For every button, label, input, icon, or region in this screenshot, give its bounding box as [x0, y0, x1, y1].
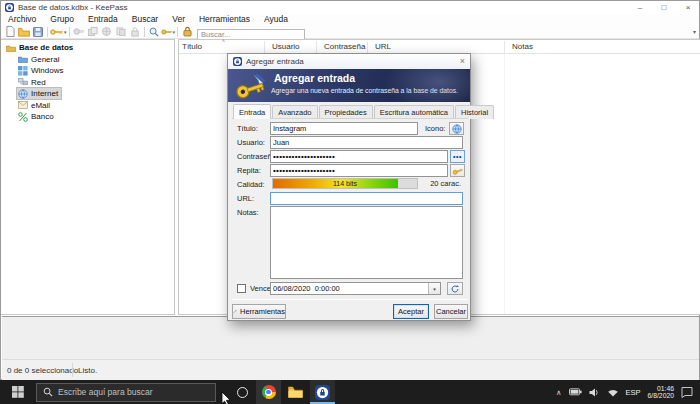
contrasena-input[interactable]: [270, 150, 448, 163]
tab-historial[interactable]: Historial: [455, 105, 494, 119]
add-entry-button[interactable]: ▾: [50, 25, 67, 38]
cancelar-button[interactable]: Cancelar: [434, 304, 468, 319]
dialog-separator: [232, 299, 468, 300]
desktop: Base de datos.kdbx - KeePass – □ × Archi…: [0, 0, 700, 404]
menu-ver[interactable]: Ver: [165, 14, 192, 25]
usuario-label: Usuario:: [237, 136, 265, 149]
menu-grupo[interactable]: Grupo: [43, 14, 81, 25]
print-button-disabled[interactable]: [100, 25, 114, 38]
network-icon[interactable]: [607, 388, 619, 397]
titulo-input[interactable]: [270, 122, 418, 135]
copy-user-icon: [116, 27, 126, 36]
open-database-button[interactable]: [17, 25, 31, 38]
menu-entrada[interactable]: Entrada: [81, 14, 125, 25]
tree-item-windows[interactable]: Windows: [1, 65, 174, 77]
start-button[interactable]: [0, 380, 36, 404]
generate-password-button[interactable]: [450, 164, 465, 177]
speaker-icon[interactable]: [589, 388, 600, 397]
vence-checkbox[interactable]: [237, 284, 246, 293]
column-separator[interactable]: [504, 41, 505, 53]
taskbar: ∧ ESP 01:46 6/8/2020: [0, 380, 700, 404]
circular-arrow-icon: [450, 284, 460, 294]
column-header-contrasena[interactable]: Contraseña: [324, 40, 365, 54]
add-entry-dialog: Agregar entrada × Agregar entrada Agrega…: [227, 53, 471, 321]
menu-archivo[interactable]: Archivo: [1, 14, 43, 25]
date-dropdown-button[interactable]: ▾: [428, 283, 440, 294]
dialog-lock-icon: [233, 57, 242, 66]
find-button[interactable]: [147, 25, 161, 38]
tree-item-email[interactable]: eMail: [1, 100, 174, 112]
open-folder-icon: [18, 27, 30, 37]
printer-icon: [101, 27, 112, 36]
chrome-taskbar-button[interactable]: [256, 380, 281, 404]
clock[interactable]: 01:46 6/8/2020: [648, 385, 674, 400]
icon-picker-button[interactable]: [449, 122, 464, 135]
taskbar-search-input[interactable]: [58, 387, 198, 397]
tree-item-general[interactable]: General: [1, 54, 174, 66]
key-icon: [452, 167, 463, 175]
keepass-taskbar-button[interactable]: [310, 380, 335, 404]
column-header-notas[interactable]: Notas: [512, 40, 533, 54]
save-button[interactable]: [31, 25, 45, 38]
tray-chevron-icon[interactable]: ∧: [556, 388, 562, 397]
tree-item-label: Internet: [31, 89, 58, 98]
lock-workspace-button[interactable]: [180, 25, 194, 38]
tree-item-label: Banco: [31, 112, 54, 121]
window-titlebar: Base de datos.kdbx - KeePass – □ ×: [1, 1, 699, 14]
reveal-password-button[interactable]: •••: [450, 150, 465, 163]
minimize-button[interactable]: –: [633, 1, 647, 14]
key-pen-icon: [234, 72, 270, 100]
quality-chars-label: 20 carac.: [430, 178, 461, 189]
tab-avanzado[interactable]: Avanzado: [272, 105, 317, 119]
filter-button[interactable]: ▾: [161, 25, 176, 38]
toolbar-overflow-button[interactable]: ▾: [693, 28, 696, 35]
toolbar-separator: [144, 27, 145, 37]
tray-date: 6/8/2020: [648, 392, 674, 400]
new-database-button[interactable]: [3, 25, 17, 38]
entry-list-header: Título ˄ Usuario Contraseña URL Notas: [179, 40, 700, 54]
maximize-button[interactable]: □: [657, 1, 671, 14]
copy-username-button-disabled[interactable]: [114, 25, 128, 38]
column-header-url[interactable]: URL: [375, 40, 391, 54]
tree-item-red[interactable]: Red: [1, 77, 174, 89]
column-separator[interactable]: [367, 41, 368, 53]
dialog-close-button[interactable]: ×: [460, 54, 465, 69]
tree-item-base-de-datos[interactable]: Base de datos: [1, 42, 174, 54]
url-input[interactable]: [270, 192, 463, 205]
network-icon: [18, 77, 28, 87]
usuario-input[interactable]: [270, 136, 463, 149]
action-center-icon[interactable]: [681, 387, 693, 398]
add-entry-dropdown-caret: ▾: [64, 29, 67, 35]
battery-icon[interactable]: [569, 388, 582, 396]
repita-input[interactable]: [270, 164, 448, 177]
herramientas-button[interactable]: Herramientas: [232, 304, 286, 319]
tab-entrada[interactable]: Entrada: [233, 104, 271, 119]
quick-search-input[interactable]: [197, 29, 305, 40]
dialog-banner: Agregar entrada Agregar una nueva entrad…: [228, 69, 470, 102]
filter-dropdown-caret: ▾: [173, 29, 176, 35]
cortana-button[interactable]: [230, 380, 255, 404]
menu-buscar[interactable]: Buscar: [125, 14, 165, 25]
expiry-presets-button[interactable]: [447, 282, 463, 295]
duplicate-entry-button-disabled[interactable]: [86, 25, 100, 38]
edit-entry-button-disabled[interactable]: [72, 25, 86, 38]
search-icon: [43, 387, 53, 397]
aceptar-button[interactable]: Aceptar: [393, 304, 429, 319]
close-button[interactable]: ×: [681, 1, 695, 14]
column-header-titulo[interactable]: Título: [182, 40, 202, 54]
vence-date-field: ▾: [270, 282, 441, 295]
column-separator[interactable]: [316, 41, 317, 53]
column-header-usuario[interactable]: Usuario: [272, 40, 300, 54]
vence-date-input[interactable]: [271, 283, 428, 294]
statusbar-ready: Listo.: [73, 366, 102, 375]
tree-item-banco[interactable]: Banco: [1, 111, 174, 123]
tree-item-internet[interactable]: Internet: [1, 88, 174, 100]
notas-textarea[interactable]: [270, 206, 463, 279]
taskbar-search[interactable]: [36, 383, 216, 402]
column-separator[interactable]: [264, 41, 265, 53]
file-explorer-button[interactable]: [283, 380, 308, 404]
tab-propiedades[interactable]: Propiedades: [319, 105, 373, 119]
copy-password-button-disabled[interactable]: [128, 25, 142, 38]
tab-escritura-automatica[interactable]: Escritura automática: [374, 105, 454, 119]
language-indicator[interactable]: ESP: [626, 388, 641, 397]
